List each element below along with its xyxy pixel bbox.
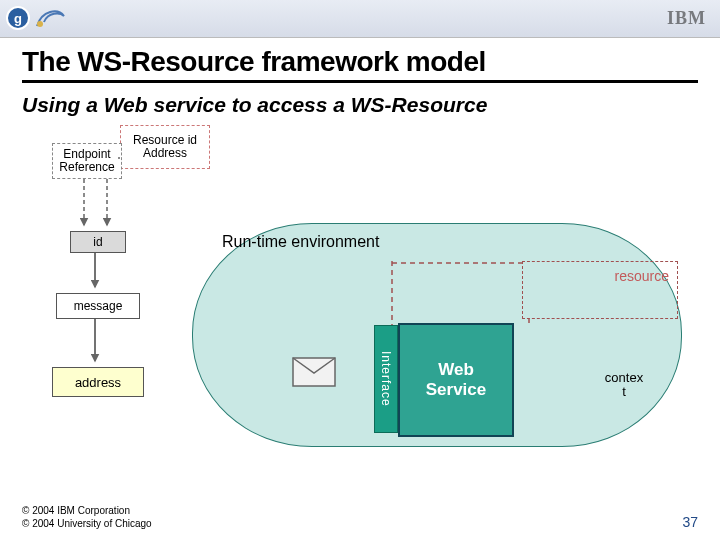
page-number: 37 (682, 514, 698, 530)
resource-dashed-frame: resource (522, 261, 678, 319)
arrow-resource-down (522, 319, 536, 337)
context-label: contex t (594, 371, 654, 398)
slide-title: The WS-Resource framework model (22, 46, 698, 83)
dashed-connector-top (392, 261, 526, 265)
resource-id-address-box: Resource id Address (120, 125, 210, 169)
slide-subtitle: Using a Web service to access a WS-Resou… (22, 93, 698, 117)
web-service-line2: Service (426, 380, 487, 400)
interface-label: Interface (379, 351, 393, 407)
web-service-box: Web Service (398, 323, 514, 437)
globus-logo: g (6, 4, 68, 32)
envelope-icon (292, 357, 336, 391)
slide-footer: © 2004 IBM Corporation © 2004 University… (0, 505, 720, 530)
interface-bar: Interface (374, 325, 398, 433)
address-label: Address (143, 147, 187, 160)
swirl-icon (34, 4, 68, 32)
dashed-connector-vert (390, 261, 394, 325)
arrow-dashed-to-box (118, 151, 132, 165)
ibm-logo: IBM (667, 8, 706, 29)
diagram-stage: Resource id Address Endpoint Reference i… (22, 123, 692, 493)
arrow-dashed-2 (100, 179, 114, 231)
context-l1: contex (594, 371, 654, 385)
copyright-uchicago: © 2004 University of Chicago (22, 518, 152, 531)
arrow-id-to-message (88, 253, 102, 293)
arrow-message-to-address (88, 319, 102, 367)
web-service-line1: Web (438, 360, 474, 380)
arrow-dashed-1 (77, 179, 91, 231)
message-box: message (56, 293, 140, 319)
copyright-block: © 2004 IBM Corporation © 2004 University… (22, 505, 152, 530)
resource-label: resource (615, 268, 669, 284)
id-box: id (70, 231, 126, 253)
endpoint-reference-box: Endpoint Reference (52, 143, 122, 179)
context-l2: t (594, 385, 654, 399)
title-bar: g IBM (0, 0, 720, 38)
letter-g-icon: g (6, 6, 30, 30)
slide-content: The WS-Resource framework model Using a … (0, 38, 720, 493)
copyright-ibm: © 2004 IBM Corporation (22, 505, 152, 518)
svg-point-0 (37, 21, 43, 27)
runtime-label: Run-time environment (222, 233, 379, 251)
address-box: address (52, 367, 144, 397)
